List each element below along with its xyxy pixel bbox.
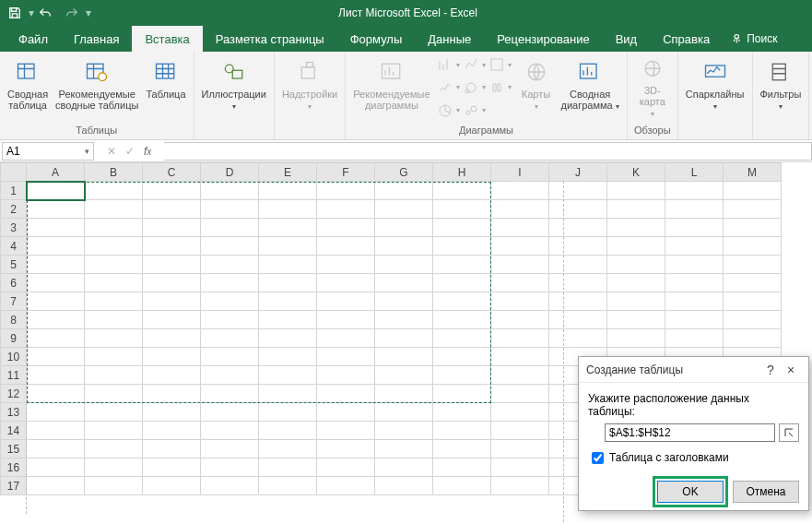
cell[interactable] bbox=[317, 182, 375, 200]
cell[interactable] bbox=[143, 237, 201, 256]
cell[interactable] bbox=[85, 329, 143, 348]
col-header[interactable]: M bbox=[724, 163, 782, 182]
cell[interactable] bbox=[143, 477, 201, 495]
cell[interactable] bbox=[201, 256, 259, 274]
cell[interactable] bbox=[85, 403, 143, 422]
cell[interactable] bbox=[375, 403, 433, 422]
cell[interactable] bbox=[201, 458, 259, 477]
tab-view[interactable]: Вид bbox=[603, 26, 651, 52]
cell[interactable] bbox=[317, 219, 375, 237]
illustrations-button[interactable]: Иллюстрации▾ bbox=[198, 54, 270, 122]
cell[interactable] bbox=[724, 311, 782, 329]
cell[interactable] bbox=[665, 219, 724, 237]
cell[interactable] bbox=[491, 477, 549, 495]
cell[interactable] bbox=[317, 200, 375, 219]
cell[interactable] bbox=[665, 182, 724, 200]
cell[interactable] bbox=[27, 311, 85, 329]
cell[interactable] bbox=[375, 329, 433, 348]
cell[interactable] bbox=[491, 182, 549, 200]
cell[interactable] bbox=[143, 219, 201, 237]
cell[interactable] bbox=[259, 385, 317, 403]
cell[interactable] bbox=[259, 256, 317, 274]
range-picker-icon[interactable] bbox=[779, 423, 799, 442]
cell[interactable] bbox=[375, 385, 433, 403]
cell[interactable] bbox=[724, 219, 782, 237]
cell[interactable] bbox=[201, 292, 259, 311]
cell[interactable] bbox=[375, 292, 433, 311]
cell[interactable] bbox=[27, 182, 85, 200]
sparklines-button[interactable]: Спарклайны▾ bbox=[682, 54, 748, 122]
cell[interactable] bbox=[607, 329, 665, 348]
cell[interactable] bbox=[201, 385, 259, 403]
cell[interactable] bbox=[317, 256, 375, 274]
cell[interactable] bbox=[259, 366, 317, 385]
row-header[interactable]: 2 bbox=[1, 200, 27, 219]
cell[interactable] bbox=[259, 440, 317, 458]
cell[interactable] bbox=[375, 366, 433, 385]
cell[interactable] bbox=[549, 292, 607, 311]
cell[interactable] bbox=[724, 182, 782, 200]
cell[interactable] bbox=[259, 237, 317, 256]
cell[interactable] bbox=[491, 219, 549, 237]
range-input[interactable] bbox=[605, 423, 775, 442]
row-header[interactable]: 1 bbox=[1, 182, 27, 200]
cell[interactable] bbox=[317, 274, 375, 292]
cell[interactable] bbox=[27, 366, 85, 385]
cell[interactable] bbox=[201, 366, 259, 385]
cell[interactable] bbox=[491, 274, 549, 292]
tell-me-search[interactable]: Поиск bbox=[723, 26, 786, 52]
undo-icon[interactable]: ▾ bbox=[37, 2, 59, 24]
cell[interactable] bbox=[27, 237, 85, 256]
cell[interactable] bbox=[433, 219, 491, 237]
cell[interactable] bbox=[85, 274, 143, 292]
cell[interactable] bbox=[433, 422, 491, 440]
cell[interactable] bbox=[491, 256, 549, 274]
cell[interactable] bbox=[491, 200, 549, 219]
cell[interactable] bbox=[665, 274, 724, 292]
cell[interactable] bbox=[724, 200, 782, 219]
cell[interactable] bbox=[433, 311, 491, 329]
cell[interactable] bbox=[85, 292, 143, 311]
col-header[interactable]: B bbox=[85, 163, 143, 182]
cell[interactable] bbox=[317, 311, 375, 329]
addins-button[interactable]: Надстройки▾ bbox=[278, 54, 341, 122]
cell[interactable] bbox=[491, 348, 549, 366]
name-box[interactable]: A1▾ bbox=[2, 142, 94, 161]
row-header[interactable]: 8 bbox=[1, 311, 27, 329]
cell[interactable] bbox=[491, 329, 549, 348]
cell[interactable] bbox=[201, 477, 259, 495]
cell[interactable] bbox=[317, 477, 375, 495]
cell[interactable] bbox=[317, 440, 375, 458]
cell[interactable] bbox=[491, 403, 549, 422]
tab-page-layout[interactable]: Разметка страницы bbox=[203, 26, 337, 52]
cell[interactable] bbox=[201, 422, 259, 440]
col-header[interactable]: C bbox=[143, 163, 201, 182]
qat-customize[interactable]: ▾ bbox=[85, 7, 92, 18]
cell[interactable] bbox=[549, 219, 607, 237]
cell[interactable] bbox=[491, 311, 549, 329]
row-header[interactable]: 6 bbox=[1, 274, 27, 292]
cell[interactable] bbox=[491, 385, 549, 403]
cell[interactable] bbox=[143, 182, 201, 200]
cell[interactable] bbox=[259, 219, 317, 237]
cell[interactable] bbox=[27, 274, 85, 292]
cell[interactable] bbox=[201, 348, 259, 366]
cell[interactable] bbox=[27, 256, 85, 274]
cell[interactable] bbox=[143, 292, 201, 311]
cell[interactable] bbox=[27, 458, 85, 477]
select-all-cell[interactable] bbox=[1, 163, 27, 182]
3d-map-button[interactable]: 3D- карта▾ bbox=[631, 54, 674, 122]
cell[interactable] bbox=[375, 256, 433, 274]
cell[interactable] bbox=[375, 182, 433, 200]
cancel-formula-icon[interactable]: ✕ bbox=[107, 145, 116, 158]
cell[interactable] bbox=[665, 256, 724, 274]
cell[interactable] bbox=[85, 311, 143, 329]
cell[interactable] bbox=[27, 329, 85, 348]
cell[interactable] bbox=[375, 477, 433, 495]
cell[interactable] bbox=[259, 403, 317, 422]
row-header[interactable]: 13 bbox=[1, 403, 27, 422]
cell[interactable] bbox=[85, 422, 143, 440]
row-header[interactable]: 14 bbox=[1, 422, 27, 440]
cell[interactable] bbox=[607, 237, 665, 256]
cell[interactable] bbox=[201, 237, 259, 256]
